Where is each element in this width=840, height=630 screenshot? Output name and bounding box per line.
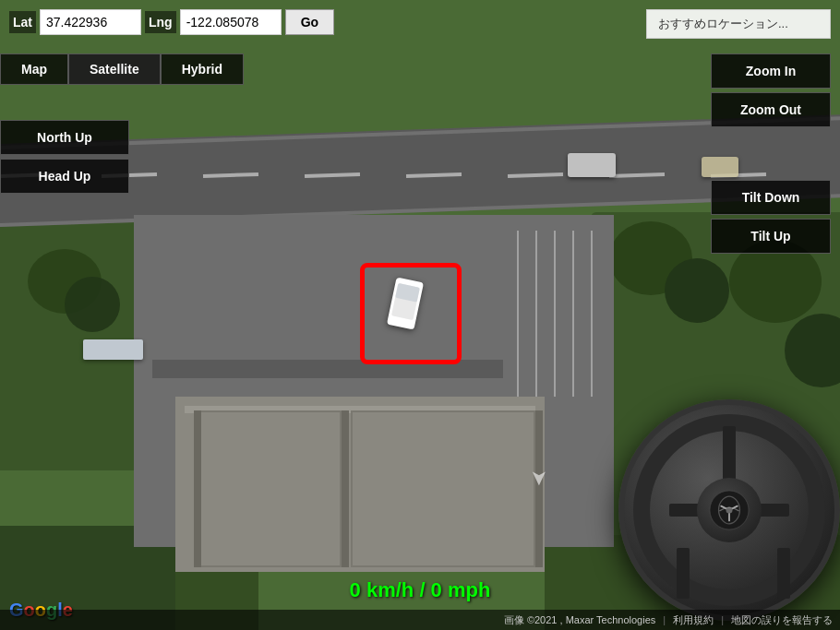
lat-input[interactable] — [40, 9, 141, 35]
view-controls: North Up Head Up — [0, 120, 129, 194]
footer-bar: 画像 ©2021 , Maxar Technologies | 利用規約 | 地… — [0, 610, 840, 630]
lng-label: Lng — [145, 11, 176, 33]
highlighted-car — [360, 263, 462, 364]
copyright-text: 画像 ©2021 , Maxar Technologies — [504, 613, 655, 627]
zoom-out-button[interactable]: Zoom Out — [711, 92, 831, 127]
lng-input[interactable] — [180, 9, 282, 35]
zoom-controls: Zoom In Zoom Out — [711, 53, 831, 127]
tilt-controls: Tilt Down Tilt Up — [711, 180, 831, 254]
report-link[interactable]: 地図の誤りを報告する — [731, 613, 833, 627]
speed-display: 0 km/h / 0 mph — [350, 578, 491, 602]
map-type-map[interactable]: Map — [0, 53, 68, 85]
map-type-bar: Map Satellite Hybrid — [0, 53, 244, 85]
map-type-satellite[interactable]: Satellite — [68, 53, 161, 85]
map-type-hybrid[interactable]: Hybrid — [161, 53, 244, 85]
tilt-up-button[interactable]: Tilt Up — [711, 219, 831, 254]
zoom-in-button[interactable]: Zoom In — [711, 53, 831, 89]
steering-wheel — [618, 399, 840, 630]
terms-link[interactable]: 利用規約 — [673, 613, 714, 627]
head-up-button[interactable]: Head Up — [0, 159, 129, 194]
tilt-down-button[interactable]: Tilt Down — [711, 180, 831, 215]
go-button[interactable]: Go — [285, 9, 334, 35]
coordinate-bar: Lat Lng Go — [9, 9, 334, 35]
lat-label: Lat — [9, 11, 36, 33]
road-arrow: ➤ — [527, 470, 551, 486]
north-up-button[interactable]: North Up — [0, 120, 129, 155]
suggested-location-button[interactable]: おすすめロケーション... — [646, 9, 831, 39]
